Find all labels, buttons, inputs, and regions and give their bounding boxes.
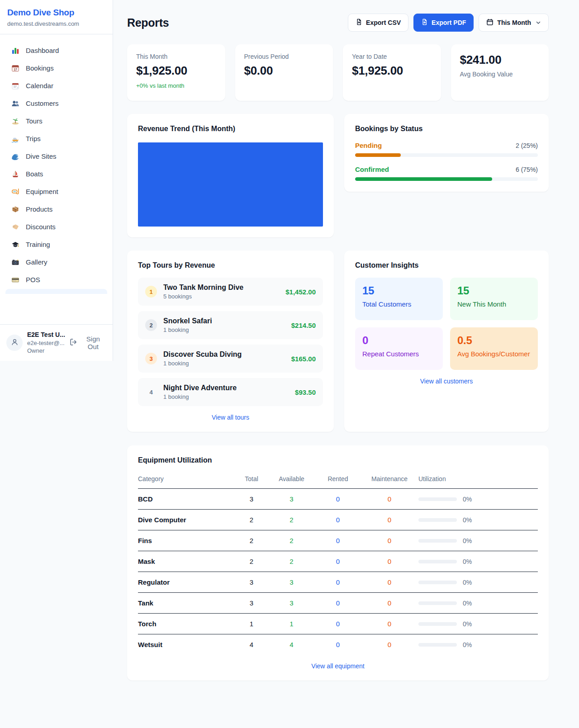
tour-bookings: 1 booking: [163, 360, 285, 367]
rank-badge: 4: [145, 386, 157, 398]
shop-domain: demo.test.divestreams.com: [7, 20, 105, 27]
view-all-equipment-link[interactable]: View all equipment: [138, 662, 538, 670]
sidebar-item-boats[interactable]: Boats: [5, 165, 108, 183]
sidebar-header: Demo Dive Shop demo.test.divestreams.com: [0, 0, 113, 34]
insight-tile-total-customers: 15 Total Customers: [355, 278, 443, 320]
rank-badge: 2: [145, 319, 157, 331]
equipment-available: 3: [268, 593, 315, 614]
utilization-bar: [418, 581, 457, 584]
calendar-icon: [486, 19, 494, 27]
equipment-table-row: Regulator 3 3 0 0 0%: [138, 572, 538, 593]
user-meta: E2E Test U... e2e-tester@... Owner: [27, 331, 65, 355]
sign-out-button[interactable]: Sign Out: [70, 335, 106, 350]
sidebar-item-training[interactable]: Training: [5, 236, 108, 253]
tour-name: Discover Scuba Diving: [163, 350, 285, 359]
sidebar-item-calendar[interactable]: Calendar: [5, 77, 108, 95]
utilization-bar: [418, 497, 457, 501]
sign-out-icon: [70, 338, 77, 347]
rank-badge: 1: [145, 286, 157, 298]
tour-bookings: 1 booking: [163, 326, 285, 333]
tour-name: Snorkel Safari: [163, 317, 285, 325]
revenue-trend-card: Revenue Trend (This Month): [127, 114, 334, 237]
sidebar-item-trips[interactable]: Trips: [5, 130, 108, 147]
utilization-bar: [418, 622, 457, 626]
status-bar-fill: [355, 153, 401, 157]
equipment-rented: 0: [315, 530, 361, 551]
charts-row: Revenue Trend (This Month) Bookings by S…: [127, 114, 549, 237]
status-bar-track: [355, 153, 538, 157]
equipment-maintenance: 0: [361, 614, 418, 634]
sidebar-item-dashboard[interactable]: Dashboard: [5, 42, 108, 59]
sidebar-item-tours[interactable]: Tours: [5, 112, 108, 130]
equipment-table-header: Category Total Available Rented Maintena…: [138, 472, 538, 489]
pos-icon: [11, 275, 20, 284]
stat-card-previous-period: Previous Period $0.00: [235, 44, 333, 101]
equipment-available: 3: [268, 489, 315, 510]
sidebar: Demo Dive Shop demo.test.divestreams.com…: [0, 0, 113, 361]
status-bar-track: [355, 177, 538, 181]
equipment-category: Wetsuit: [138, 634, 235, 655]
insight-grid: 15 Total Customers 15 New This Month 0 R…: [355, 278, 538, 370]
sidebar-item-reports-partial[interactable]: [5, 289, 107, 294]
equipment-rented: 0: [315, 551, 361, 572]
period-selector[interactable]: This Month: [479, 14, 549, 32]
equipment-category: Fins: [138, 530, 235, 551]
bookings-icon: 17: [11, 64, 20, 72]
equipment-total: 3: [235, 593, 268, 614]
equipment-total: 2: [235, 510, 268, 530]
equipment-table-row: Mask 2 2 0 0 0%: [138, 551, 538, 572]
sidebar-item-equipment[interactable]: Equipment: [5, 183, 108, 200]
gallery-icon: [11, 258, 20, 266]
stats-row: This Month $1,925.00 +0% vs last month P…: [127, 44, 549, 101]
tour-list-item: 1 Two Tank Morning Dive 5 bookings $1,45…: [138, 278, 323, 306]
utilization-percent: 0%: [463, 558, 472, 565]
page-header: Reports Export CSV Export PDF: [127, 14, 549, 32]
utilization-bar: [418, 601, 457, 605]
customer-insights-card: Customer Insights 15 Total Customers 15 …: [344, 251, 549, 432]
view-all-customers-link[interactable]: View all customers: [355, 378, 538, 385]
customers-icon: [11, 99, 20, 108]
sidebar-item-customers[interactable]: Customers: [5, 95, 108, 112]
stat-card-year-to-date: Year to Date $1,925.00: [343, 44, 441, 101]
sidebar-item-pos[interactable]: POS: [5, 271, 108, 288]
equipment-rented: 0: [315, 489, 361, 510]
utilization-bar: [418, 643, 457, 647]
equipment-category: Tank: [138, 593, 235, 614]
tour-revenue: $1,452.00: [285, 288, 316, 296]
revenue-trend-chart: [138, 142, 323, 227]
insight-tile-repeat-customers: 0 Repeat Customers: [355, 327, 443, 370]
equipment-total: 2: [235, 530, 268, 551]
equipment-category: Mask: [138, 551, 235, 572]
equipment-table-row: BCD 3 3 0 0 0%: [138, 489, 538, 510]
equipment-maintenance: 0: [361, 593, 418, 614]
top-tours-card: Top Tours by Revenue 1 Two Tank Morning …: [127, 251, 334, 432]
sidebar-item-dive-sites[interactable]: Dive Sites: [5, 147, 108, 165]
equipment-available: 2: [268, 510, 315, 530]
export-pdf-button[interactable]: Export PDF: [413, 14, 474, 32]
equipment-rented: 0: [315, 510, 361, 530]
export-csv-button[interactable]: Export CSV: [348, 14, 408, 32]
person-icon: [10, 338, 19, 348]
sidebar-item-products[interactable]: Products: [5, 200, 108, 218]
user-section: E2E Test U... e2e-tester@... Owner Sign …: [0, 324, 113, 361]
trips-icon: [11, 134, 20, 143]
view-all-tours-link[interactable]: View all tours: [138, 414, 323, 421]
boats-icon: [11, 170, 20, 178]
equipment-maintenance: 0: [361, 551, 418, 572]
insight-tile-avg-bookings: 0.5 Avg Bookings/Customer: [450, 327, 538, 370]
sidebar-item-discounts[interactable]: Discounts: [5, 218, 108, 236]
equipment-rented: 0: [315, 614, 361, 634]
header-actions: Export CSV Export PDF This Month: [348, 14, 549, 32]
sidebar-item-bookings[interactable]: 17 Bookings: [5, 59, 108, 77]
shop-name: Demo Dive Shop: [7, 8, 105, 18]
tour-list-item: 3 Discover Scuba Diving 1 booking $165.0…: [138, 345, 323, 373]
utilization-percent: 0%: [463, 620, 472, 628]
utilization-percent: 0%: [463, 496, 472, 503]
svg-text:17: 17: [14, 68, 17, 71]
utilization-percent: 0%: [463, 537, 472, 544]
user-name: E2E Test U...: [27, 331, 65, 339]
bookings-by-status-card: Bookings by Status Pending 2 (25%) Confi…: [344, 114, 549, 192]
sidebar-item-gallery[interactable]: Gallery: [5, 253, 108, 271]
status-row-pending: Pending 2 (25%): [355, 142, 538, 157]
file-download-icon: [421, 19, 428, 27]
